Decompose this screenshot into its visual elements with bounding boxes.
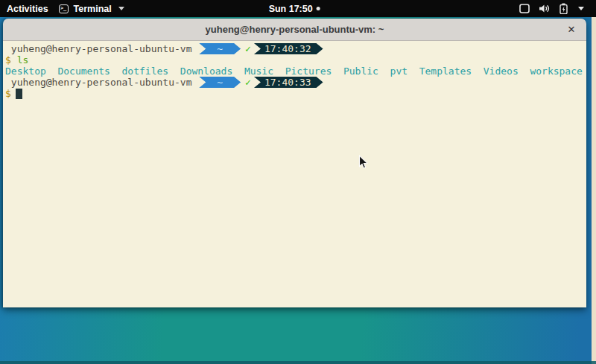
app-menu-label: Terminal — [74, 4, 112, 14]
close-button[interactable]: ✕ — [564, 22, 579, 37]
terminal-window: yuheng@henry-personal-ubuntu-vm: ~ ✕ yuh… — [3, 19, 586, 307]
status-check-icon: ✓ — [245, 77, 251, 88]
current-input-line[interactable]: $ — [5, 88, 586, 99]
activities-button[interactable]: Activities — [7, 4, 48, 14]
prompt-time-segment: 17:40:32 — [254, 43, 323, 54]
directory-listing: Desktop Documents dotfiles Downloads Mus… — [5, 66, 583, 77]
prompt-path-segment: ~ — [199, 43, 241, 54]
notification-dot-icon — [317, 7, 320, 10]
prompt-symbol: $ — [5, 88, 11, 99]
chevron-down-icon — [578, 7, 584, 10]
app-menu[interactable]: >_ Terminal — [59, 4, 124, 14]
top-bar: Activities >_ Terminal Sun 17:50 — [0, 0, 596, 17]
typed-command — [11, 54, 17, 66]
prompt-symbol: $ — [5, 54, 11, 66]
clock-button[interactable]: Sun 17:50 — [269, 4, 320, 14]
chevron-down-icon — [118, 7, 124, 10]
system-tray[interactable] — [519, 0, 584, 17]
screen-right-edge-strip — [592, 17, 596, 364]
prompt-line-1: yuheng@henry-personal-ubuntu-vm ~✓17:40:… — [5, 43, 586, 54]
terminal-app-icon: >_ — [59, 4, 69, 13]
prompt-path-segment: ~ — [199, 77, 241, 88]
ls-output-line: Desktop Documents dotfiles Downloads Mus… — [5, 66, 586, 77]
status-check-icon: ✓ — [245, 43, 251, 54]
volume-icon — [539, 4, 551, 13]
terminal-output[interactable]: yuheng@henry-personal-ubuntu-vm ~✓17:40:… — [3, 41, 586, 307]
screen-bottom-edge — [0, 361, 596, 364]
mouse-pointer-icon — [358, 155, 368, 173]
clock-label: Sun 17:50 — [269, 4, 313, 14]
command-line: $ ls — [5, 54, 586, 66]
battery-charging-icon — [559, 3, 568, 14]
prompt-line-2: yuheng@henry-personal-ubuntu-vm ~✓17:40:… — [5, 77, 586, 88]
text-cursor — [16, 89, 22, 99]
display-icon — [519, 4, 530, 13]
desktop: Activities >_ Terminal Sun 17:50 — [0, 0, 596, 364]
prompt-user-host: yuheng@henry-personal-ubuntu-vm — [5, 43, 197, 54]
prompt-user-host: yuheng@henry-personal-ubuntu-vm — [5, 77, 197, 88]
titlebar[interactable]: yuheng@henry-personal-ubuntu-vm: ~ ✕ — [3, 19, 586, 41]
window-title: yuheng@henry-personal-ubuntu-vm: ~ — [206, 24, 384, 35]
typed-command-text: ls — [17, 54, 29, 66]
prompt-time-segment: 17:40:33 — [254, 77, 323, 88]
